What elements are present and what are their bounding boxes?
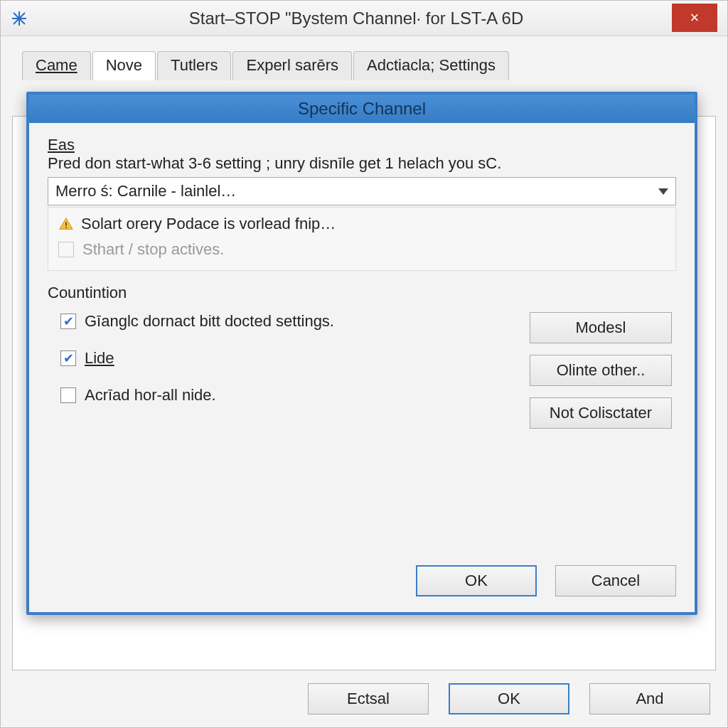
check-giangle-label: Gīanglc dornact bitt docted settings.: [85, 312, 334, 331]
count-section: Countintion Gīanglc dornact bitt docted …: [48, 284, 676, 429]
inner-dialog-title: Specific Channel: [29, 95, 695, 123]
warning-line: Solart orery Podace is vorlead fnip…: [58, 215, 665, 233]
close-button[interactable]: ×: [672, 4, 717, 32]
count-checks: Gīanglc dornact bitt docted settings. Li…: [48, 312, 334, 429]
modesl-button[interactable]: Modesl: [530, 312, 672, 343]
eas-description: Pred don start-what 3-6 setting ; unry d…: [48, 154, 676, 173]
warning-icon: [58, 216, 74, 232]
svg-rect-5: [65, 227, 67, 228]
warning-text: Solart orery Podace is vorlead fnip…: [81, 215, 336, 233]
count-label: Countintion: [48, 284, 676, 302]
extra-button[interactable]: Ectsal: [308, 683, 429, 714]
eas-label: Eas: [48, 136, 676, 154]
info-box: Solart orery Podace is vorlead fnip… Sth…: [48, 207, 676, 271]
tab-settings[interactable]: Adctiacla; Settings: [353, 51, 509, 80]
tab-strip: Came Nove Tutlers Experl sarērs Adctiacl…: [22, 50, 720, 80]
outer-and-button[interactable]: And: [589, 683, 710, 714]
check-row-2: Lide: [60, 349, 334, 368]
check-row-3: Acrīad hor-all nide.: [60, 386, 334, 405]
close-icon: ×: [690, 9, 700, 27]
channel-combo[interactable]: Merro ś: Carnile - lainlel…: [48, 177, 676, 205]
app-icon: [11, 10, 28, 27]
chevron-down-icon: [658, 188, 668, 195]
count-buttons: Modesl Olinte other.. Not Colisctater: [530, 312, 676, 429]
check-acriad-label: Acrīad hor-all nide.: [85, 386, 216, 405]
outer-titlebar: Start–STOP "Bystem Channel· for LST-A 6D…: [1, 1, 727, 36]
check-giangle[interactable]: [60, 314, 76, 329]
tab-tutlers[interactable]: Tutlers: [157, 51, 231, 80]
outer-footer: Ectsal OK And: [308, 683, 710, 714]
not-colisctater-button[interactable]: Not Colisctater: [530, 397, 672, 429]
check-acriad[interactable]: [60, 387, 76, 403]
tab-nove[interactable]: Nove: [92, 51, 156, 80]
svg-rect-4: [65, 222, 67, 226]
check-row-1: Gīanglc dornact bitt docted settings.: [60, 312, 334, 331]
tab-experl[interactable]: Experl sarērs: [232, 51, 352, 80]
inner-ok-button[interactable]: OK: [416, 565, 537, 596]
start-stop-checkbox: [58, 242, 74, 257]
inner-dialog: Specific Channel Eas Pred don start-what…: [26, 92, 697, 615]
start-stop-label: Sthart / stop actives.: [82, 240, 224, 259]
outer-window: Start–STOP "Bystem Channel· for LST-A 6D…: [0, 0, 728, 728]
start-stop-check-row: Sthart / stop actives.: [58, 240, 665, 259]
olinte-button[interactable]: Olinte other..: [530, 355, 672, 386]
inner-footer: OK Cancel: [29, 565, 695, 612]
combo-value: Merro ś: Carnile - lainlel…: [55, 182, 236, 200]
outer-ok-button[interactable]: OK: [449, 683, 569, 714]
inner-cancel-button[interactable]: Cancel: [555, 565, 676, 596]
count-grid: Gīanglc dornact bitt docted settings. Li…: [48, 312, 676, 429]
window-title: Start–STOP "Bystem Channel· for LST-A 6D: [28, 9, 727, 28]
check-lide[interactable]: [60, 350, 76, 366]
tab-came[interactable]: Came: [22, 51, 91, 80]
inner-dialog-body: Eas Pred don start-what 3-6 setting ; un…: [29, 123, 695, 565]
check-lide-label: Lide: [85, 349, 114, 368]
